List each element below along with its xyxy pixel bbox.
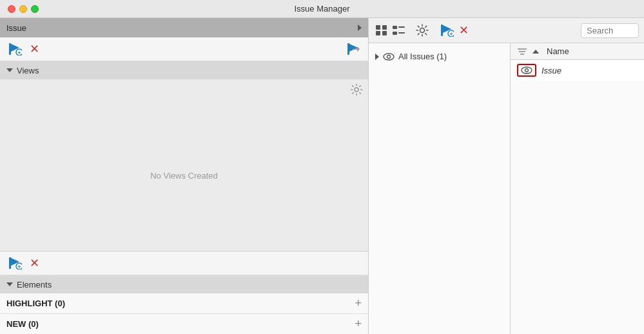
add-element-button[interactable]: +: [6, 255, 23, 271]
add-column-button[interactable]: +: [438, 23, 455, 38]
export-button[interactable]: [345, 41, 362, 57]
svg-point-27: [384, 54, 394, 60]
elements-collapse-icon: [6, 282, 13, 286]
svg-rect-20: [393, 32, 397, 35]
grid-view-button[interactable]: [374, 23, 389, 37]
svg-point-9: [355, 88, 358, 92]
views-label: Views: [17, 66, 39, 75]
search-input[interactable]: [581, 23, 639, 38]
elements-label: Elements: [17, 280, 52, 290]
svg-rect-15: [382, 25, 387, 30]
list-view-button[interactable]: [391, 23, 406, 37]
highlight-row[interactable]: HIGHLIGHT (0) +: [0, 293, 368, 314]
sort-asc-icon: [532, 50, 539, 54]
all-issues-row[interactable]: All Issues (1): [369, 48, 510, 64]
views-header[interactable]: Views: [0, 61, 368, 79]
x-icon: ✕: [30, 43, 39, 55]
svg-text:+: +: [17, 264, 21, 270]
views-content: No Views Created: [0, 79, 368, 251]
svg-rect-18: [393, 26, 397, 29]
views-empty-text: No Views Created: [0, 100, 368, 251]
elements-toolbar: + ✕: [0, 251, 368, 275]
eye-icon: [383, 53, 395, 61]
svg-point-22: [420, 28, 425, 33]
svg-point-33: [525, 69, 529, 72]
elements-header[interactable]: Elements: [0, 275, 368, 293]
toolbar-left: + ✕: [6, 41, 41, 57]
all-issues-label: All Issues (1): [398, 52, 447, 61]
svg-rect-0: [9, 43, 11, 55]
column-header-row: Name: [511, 43, 644, 60]
issues-list: All Issues (1): [369, 43, 511, 334]
svg-marker-5: [349, 44, 358, 52]
right-panel: + ✕ All Issues (1): [369, 18, 644, 334]
name-column-label: Name: [547, 46, 569, 56]
right-toolbar: + ✕: [369, 18, 644, 43]
traffic-lights: [8, 5, 39, 13]
title-bar: Issue Manager: [0, 0, 644, 18]
highlight-add-icon[interactable]: +: [355, 297, 362, 310]
svg-rect-4: [347, 43, 349, 55]
issue-label: Issue: [6, 23, 26, 33]
maximize-button[interactable]: [31, 5, 39, 13]
svg-text:+: +: [17, 50, 21, 55]
chevron-right-icon: [358, 25, 362, 31]
main-container: Issue + ✕: [0, 18, 644, 334]
issues-area: All Issues (1): [369, 43, 644, 334]
x-icon: ✕: [459, 25, 469, 36]
svg-rect-10: [9, 257, 11, 269]
x-icon: ✕: [30, 257, 39, 269]
issue-item-label: Issue: [542, 66, 561, 75]
views-section: Views No Views Created: [0, 61, 368, 251]
svg-rect-23: [441, 25, 443, 36]
delete-element-button[interactable]: ✕: [28, 256, 41, 270]
minimize-button[interactable]: [19, 5, 27, 13]
left-panel: Issue + ✕: [0, 18, 369, 334]
new-row[interactable]: NEW (0) +: [0, 314, 368, 334]
elements-section: + ✕ Elements HIGHLIGHT (0) + NEW (0) +: [0, 251, 368, 334]
new-label: NEW (0): [6, 319, 39, 329]
remove-column-button[interactable]: ✕: [458, 23, 470, 37]
svg-point-32: [522, 67, 532, 74]
new-add-icon[interactable]: +: [355, 317, 362, 331]
issue-header-left: Issue: [6, 23, 26, 33]
close-button[interactable]: [8, 5, 15, 13]
svg-point-28: [387, 55, 391, 58]
issue-item-row[interactable]: Issue: [511, 60, 644, 81]
eye-in-box-icon: [521, 66, 532, 74]
add-issue-button[interactable]: +: [6, 41, 23, 57]
window-title: Issue Manager: [295, 4, 350, 14]
view-mode-group: [374, 23, 406, 37]
sort-icon: [517, 47, 527, 56]
issue-header[interactable]: Issue: [0, 18, 368, 37]
columns-area: Name Issue: [511, 43, 644, 334]
svg-rect-16: [376, 31, 380, 35]
tree-expand-icon: [375, 54, 379, 60]
toolbar-row: + ✕: [0, 37, 368, 61]
settings-button[interactable]: [414, 22, 431, 39]
svg-text:+: +: [449, 31, 453, 37]
highlight-label: HIGHLIGHT (0): [6, 299, 65, 308]
delete-issue-button[interactable]: ✕: [28, 42, 41, 56]
svg-rect-14: [376, 25, 380, 30]
svg-rect-17: [382, 31, 387, 35]
views-collapse-icon: [6, 68, 13, 72]
views-gear-button[interactable]: [345, 79, 368, 100]
eye-box: [517, 64, 536, 77]
